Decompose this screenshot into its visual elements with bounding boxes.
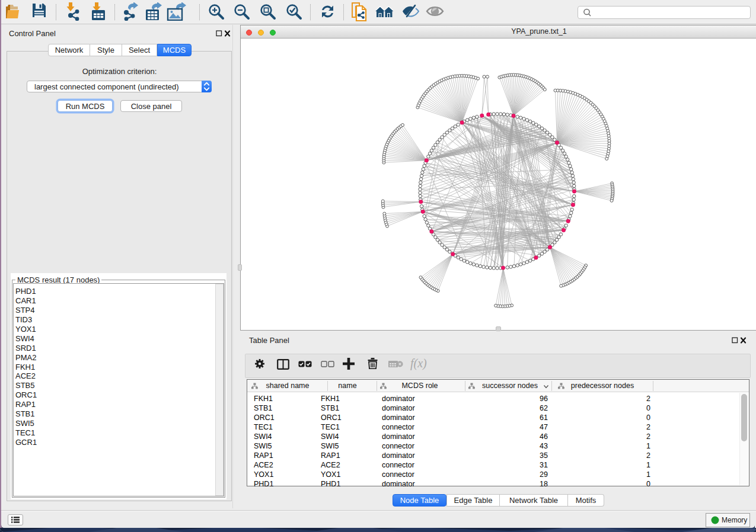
svg-text:f(x): f(x)	[410, 357, 427, 370]
